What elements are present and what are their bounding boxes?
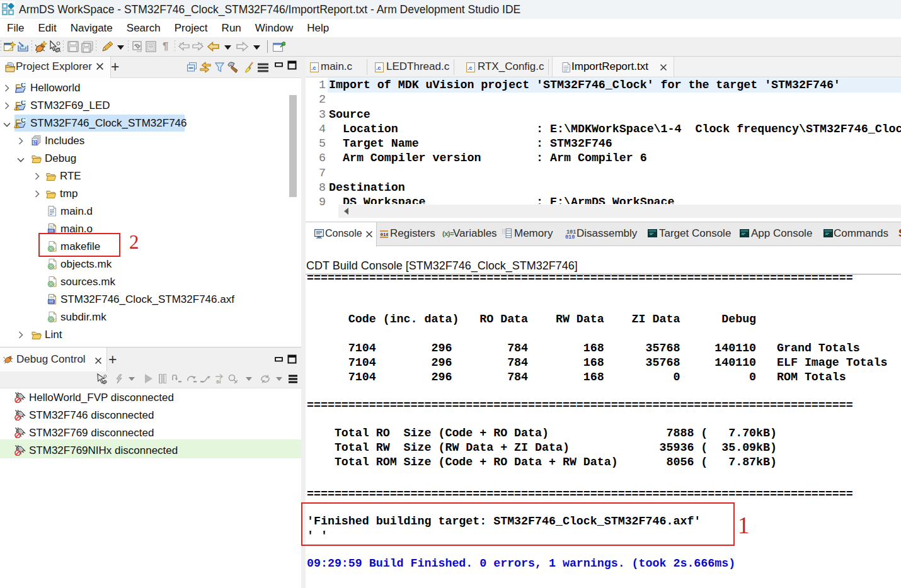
svg-text:010: 010 bbox=[381, 232, 389, 237]
svg-text:si: si bbox=[216, 378, 221, 385]
svg-text:010: 010 bbox=[565, 234, 575, 239]
